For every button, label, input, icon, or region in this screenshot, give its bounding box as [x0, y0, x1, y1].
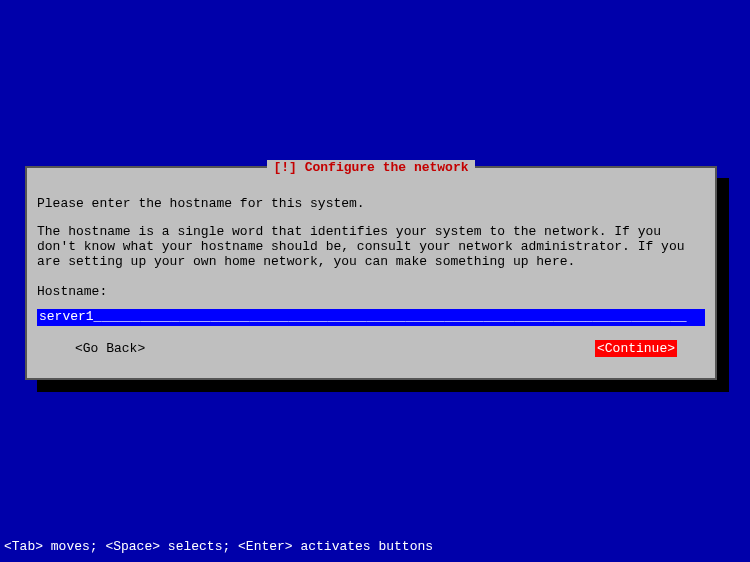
- go-back-button[interactable]: <Go Back>: [75, 341, 145, 356]
- dialog-title-text: Configure the network: [305, 160, 469, 175]
- dialog-title: [!] Configure the network: [267, 160, 474, 175]
- dialog-title-bar: [!] Configure the network: [27, 160, 715, 175]
- hostname-input[interactable]: server1_________________________________…: [37, 309, 705, 326]
- dialog-title-mark: [!]: [273, 160, 296, 175]
- description-text: The hostname is a single word that ident…: [37, 225, 705, 270]
- button-row: <Go Back> <Continue>: [37, 340, 705, 357]
- continue-button[interactable]: <Continue>: [595, 340, 677, 357]
- hostname-label: Hostname:: [37, 284, 705, 299]
- hostname-value: server1: [39, 309, 94, 324]
- prompt-text: Please enter the hostname for this syste…: [37, 196, 705, 211]
- help-bar: <Tab> moves; <Space> selects; <Enter> ac…: [4, 539, 433, 554]
- input-underscore-fill: ________________________________________…: [94, 309, 687, 324]
- configure-network-dialog: [!] Configure the network Please enter t…: [25, 166, 717, 380]
